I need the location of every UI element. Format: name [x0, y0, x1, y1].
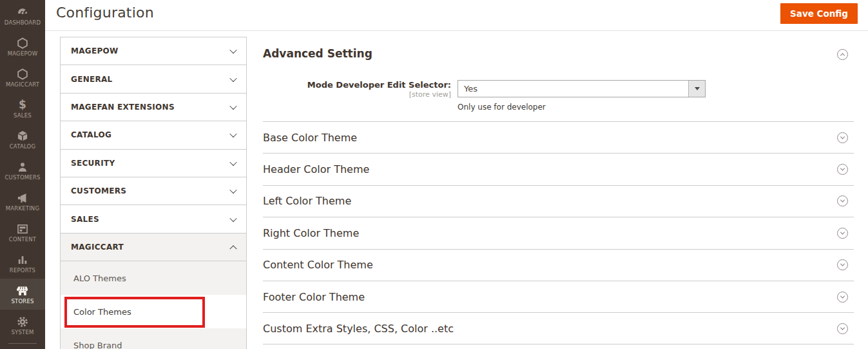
sidebar-item-customers[interactable]: CUSTOMERS	[0, 155, 45, 186]
section-header-footer-color-theme[interactable]: Footer Color Theme	[263, 281, 854, 312]
field-note: Only use for developer	[458, 103, 546, 112]
sidebar-item-label: MARKETING	[6, 206, 39, 212]
sidebar-item-catalog[interactable]: CATALOG	[0, 124, 45, 155]
config-nav-group-magepow[interactable]: MAGEPOW	[61, 37, 246, 65]
collapsed-sections-list: Base Color Theme Header Color Theme Left…	[263, 121, 854, 344]
chevron-down-circle-icon	[840, 198, 845, 203]
chevron-up-icon	[229, 245, 236, 252]
advanced-setting-title: Advanced Setting	[263, 47, 372, 60]
collapse-section-button[interactable]	[837, 49, 848, 60]
config-section-nav: MAGEPOW GENERAL MAGEFAN EXTENSIONS CATAL…	[60, 37, 247, 349]
sidebar-item-magiccart[interactable]: MAGICCART	[0, 62, 45, 93]
sidebar-item-dashboard[interactable]: DASHBOARD	[0, 0, 45, 31]
config-nav-group-general[interactable]: GENERAL	[61, 65, 246, 93]
sidebar-item-label: CUSTOMERS	[5, 175, 40, 181]
config-nav-group-sales[interactable]: SALES	[61, 205, 246, 233]
sidebar-item-label: STORES	[11, 299, 34, 304]
admin-sidebar: DASHBOARD MAGEPOW MAGICCART $ SALES	[0, 0, 45, 349]
section-header-left-color-theme[interactable]: Left Color Theme	[263, 185, 854, 217]
section-header-right-color-theme[interactable]: Right Color Theme	[263, 217, 854, 248]
sidebar-item-label: MAGICCART	[6, 82, 39, 88]
config-nav-group-magiccart[interactable]: MAGICCART	[61, 234, 246, 261]
sidebar-item-label: REPORTS	[10, 268, 35, 274]
section-header-base-color-theme[interactable]: Base Color Theme	[263, 121, 854, 153]
hexagon-icon	[16, 68, 29, 81]
expand-section-button[interactable]	[837, 292, 848, 303]
expand-section-button[interactable]	[837, 132, 848, 143]
chevron-down-circle-icon	[840, 262, 845, 266]
expand-section-button[interactable]	[837, 323, 848, 334]
config-nav-group-customers[interactable]: CUSTOMERS	[61, 177, 246, 205]
save-config-button[interactable]: Save Config	[780, 3, 858, 24]
sidebar-item-reports[interactable]: REPORTS	[0, 248, 45, 279]
person-icon	[16, 161, 29, 174]
bar-chart-icon	[16, 254, 29, 266]
sidebar-item-content[interactable]: CONTENT	[0, 217, 45, 248]
dollar-icon: $	[16, 99, 29, 112]
box-icon	[16, 130, 29, 143]
chevron-down-icon	[229, 103, 236, 110]
field-scope-label: [store view]	[263, 90, 451, 99]
sidebar-item-label: MAGEPOW	[8, 51, 38, 57]
sidebar-item-label: SALES	[14, 113, 32, 119]
page-header: Configuration Save Config	[45, 0, 868, 31]
chevron-down-icon	[229, 186, 236, 194]
hexagon-icon	[16, 37, 29, 50]
config-nav-item-shop-brand[interactable]: Shop Brand	[61, 328, 246, 349]
sidebar-item-marketing[interactable]: MARKETING	[0, 186, 45, 217]
chevron-down-icon	[229, 159, 236, 166]
megaphone-icon	[16, 192, 29, 204]
sidebar-item-system[interactable]: SYSTEM	[0, 310, 45, 341]
config-nav-item-color-themes[interactable]: Color Themes	[61, 295, 246, 328]
chevron-down-icon	[229, 130, 236, 137]
expand-section-button[interactable]	[837, 195, 848, 206]
sidebar-item-label: CONTENT	[9, 237, 37, 243]
chevron-down-icon	[229, 214, 236, 221]
chevron-down-circle-icon	[840, 230, 845, 234]
section-header-custom-extra-styles[interactable]: Custom Extra Styles, CSS, Color ..etc	[263, 312, 854, 344]
chevron-up-circle-icon	[840, 53, 845, 57]
sidebar-item-label: SYSTEM	[11, 330, 34, 335]
mode-developer-select[interactable]: Yes	[458, 80, 706, 97]
sidebar-item-sales[interactable]: $ SALES	[0, 93, 45, 124]
magiccart-sub-list: ALO Themes Color Themes Shop Brand	[61, 261, 246, 349]
layout-icon	[16, 223, 29, 235]
sidebar-item-label: CATALOG	[10, 144, 36, 150]
gear-icon	[16, 315, 29, 328]
storefront-icon	[16, 284, 29, 297]
dropdown-arrow-icon	[688, 81, 705, 97]
dashboard-icon	[16, 6, 29, 19]
sidebar-item-magepow[interactable]: MAGEPOW	[0, 31, 45, 62]
page-title: Configuration	[56, 5, 154, 21]
section-header-content-color-theme[interactable]: Content Color Theme	[263, 249, 854, 281]
sidebar-item-stores[interactable]: STORES	[0, 279, 45, 310]
expand-section-button[interactable]	[837, 164, 848, 175]
chevron-down-icon	[229, 75, 236, 82]
select-value: Yes	[464, 84, 477, 94]
chevron-down-circle-icon	[840, 325, 845, 330]
config-nav-group-magefan-extensions[interactable]: MAGEFAN EXTENSIONS	[61, 94, 246, 121]
chevron-down-circle-icon	[840, 134, 845, 139]
expand-section-button[interactable]	[837, 228, 848, 239]
sidebar-item-label: DASHBOARD	[5, 20, 41, 26]
field-label: Mode Developer Edit Selector:	[263, 81, 451, 90]
chevron-down-icon	[229, 46, 236, 54]
chevron-down-circle-icon	[840, 294, 845, 298]
config-nav-group-security[interactable]: SECURITY	[61, 150, 246, 177]
chevron-down-circle-icon	[840, 166, 845, 171]
sidebar-divider	[8, 343, 37, 344]
config-nav-group-catalog[interactable]: CATALOG	[61, 121, 246, 149]
section-header-header-color-theme[interactable]: Header Color Theme	[263, 153, 854, 184]
expand-section-button[interactable]	[837, 259, 848, 270]
config-nav-item-alo-themes[interactable]: ALO Themes	[61, 261, 246, 295]
